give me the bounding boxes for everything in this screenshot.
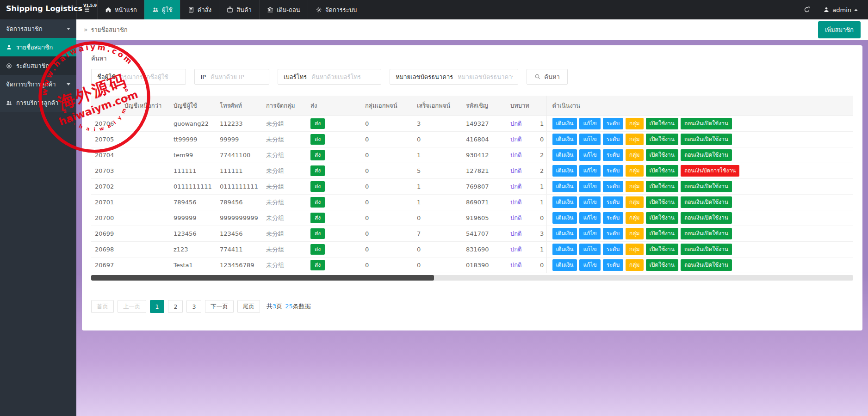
sidebar-item-member-management[interactable]: จัดการสมาชิก — [0, 19, 76, 38]
level-button[interactable]: ระดับ — [603, 228, 623, 239]
enable-button[interactable]: เปิดใช้งาน — [646, 134, 678, 145]
topup-button[interactable]: เติมเงิน — [552, 244, 577, 255]
edit-button[interactable]: แก้ไข — [579, 149, 600, 160]
last-page-button[interactable]: 尾页 — [237, 300, 260, 313]
withdraw-enable-button[interactable]: ถอนเงินเปิดใช้งาน — [681, 149, 732, 160]
enable-button[interactable]: เปิดใช้งาน — [646, 181, 678, 192]
group-button[interactable]: กลุ่ม — [626, 196, 644, 208]
group-button[interactable]: กลุ่ม — [626, 228, 644, 239]
nav-item-deposit-withdraw[interactable]: เติม-ถอน — [259, 0, 308, 19]
enable-button[interactable]: เปิดใช้งาน — [646, 212, 678, 223]
nav-item-products[interactable]: สินค้า — [219, 0, 259, 19]
ip-search-input[interactable] — [211, 73, 269, 80]
send-button[interactable]: ส่ง — [310, 197, 325, 208]
send-button[interactable]: ส่ง — [310, 260, 325, 271]
withdraw-enable-button[interactable]: ถอนเงินเปิดใช้งาน — [681, 212, 732, 223]
enable-button[interactable]: เปิดใช้งาน — [646, 244, 678, 255]
topup-button[interactable]: เติมเงิน — [552, 181, 577, 192]
enable-button[interactable]: เปิดใช้งาน — [646, 118, 678, 129]
sidebar-item-member-list[interactable]: รายชื่อสมาชิก — [0, 38, 76, 56]
group-button[interactable]: กลุ่ม — [626, 244, 644, 255]
level-button[interactable]: ระดับ — [603, 244, 623, 255]
group-button[interactable]: กลุ่ม — [626, 181, 644, 192]
level-button[interactable]: ระดับ — [603, 196, 623, 208]
topup-button[interactable]: เติมเงิน — [552, 212, 577, 223]
horizontal-scrollbar-thumb[interactable] — [91, 275, 434, 281]
send-button[interactable]: ส่ง — [310, 228, 325, 239]
phone-search-input[interactable] — [311, 73, 381, 80]
group-button[interactable]: กลุ่ม — [626, 212, 644, 223]
edit-button[interactable]: แก้ไข — [579, 228, 600, 239]
sidebar-toggle-button[interactable] — [76, 0, 97, 19]
level-button[interactable]: ระดับ — [603, 212, 623, 223]
enable-button[interactable]: เปิดใช้งาน — [646, 149, 678, 160]
edit-button[interactable]: แก้ไข — [579, 244, 600, 255]
withdraw-enable-button[interactable]: ถอนเงินเปิดใช้งาน — [681, 244, 732, 255]
group-button[interactable]: กลุ่ม — [626, 165, 644, 176]
admin-menu[interactable]: admin — [823, 6, 858, 13]
send-button[interactable]: ส่ง — [310, 134, 325, 145]
group-button[interactable]: กลุ่ม — [626, 149, 644, 160]
level-button[interactable]: ระดับ — [603, 118, 623, 129]
edit-button[interactable]: แก้ไข — [579, 212, 600, 223]
withdraw-enable-button[interactable]: ถอนเงินเปิดใช้งาน — [681, 259, 732, 270]
level-button[interactable]: ระดับ — [603, 165, 623, 176]
page-button-1[interactable]: 1 — [150, 300, 165, 313]
withdraw-enable-button[interactable]: ถอนเงินเปิดใช้งาน — [681, 228, 732, 239]
group-button[interactable]: กลุ่ม — [626, 259, 644, 270]
edit-button[interactable]: แก้ไข — [579, 181, 600, 192]
nav-item-orders[interactable]: คำสั่ง — [180, 0, 219, 19]
withdraw-enable-button[interactable]: ถอนเงินเปิดใช้งาน — [681, 181, 732, 192]
add-member-button[interactable]: เพิ่มสมาชิก — [818, 21, 861, 38]
enable-button[interactable]: เปิดใช้งาน — [646, 259, 678, 270]
edit-button[interactable]: แก้ไข — [579, 165, 600, 176]
edit-button[interactable]: แก้ไข — [579, 118, 600, 129]
level-button[interactable]: ระดับ — [603, 134, 623, 145]
topup-button[interactable]: เติมเงิน — [552, 228, 577, 239]
sidebar-item-member-level[interactable]: ระดับสมาชิก — [0, 56, 76, 75]
edit-button[interactable]: แก้ไข — [579, 259, 600, 270]
sidebar-item-customer-service-management[interactable]: จัดการบริการลูกค้า — [0, 75, 76, 93]
level-button[interactable]: ระดับ — [603, 181, 623, 192]
send-button[interactable]: ส่ง — [310, 165, 325, 177]
topup-button[interactable]: เติมเงิน — [552, 196, 577, 208]
nav-item-system-settings[interactable]: จัดการระบบ — [308, 0, 365, 19]
send-button[interactable]: ส่ง — [310, 213, 325, 224]
withdraw-enable-button[interactable]: ถอนเงินเปิดใช้งาน — [681, 118, 732, 129]
send-button[interactable]: ส่ง — [310, 118, 325, 129]
level-button[interactable]: ระดับ — [603, 149, 623, 160]
sidebar-item-customer-service[interactable]: การบริการลูกค้า — [0, 93, 76, 112]
send-button[interactable]: ส่ง — [310, 244, 325, 255]
group-button[interactable]: กลุ่ม — [626, 118, 644, 129]
send-button[interactable]: ส่ง — [310, 181, 325, 192]
page-button-3[interactable]: 3 — [186, 300, 201, 313]
username-search-input[interactable] — [120, 73, 186, 80]
withdraw-enable-button[interactable]: ถอนเงินเปิดใช้งาน — [681, 196, 732, 208]
prev-page-button[interactable]: 上一页 — [118, 300, 146, 313]
first-page-button[interactable]: 首页 — [91, 300, 114, 313]
enable-button[interactable]: เปิดใช้งาน — [646, 196, 678, 208]
topup-button[interactable]: เติมเงิน — [552, 134, 577, 145]
nav-item-users[interactable]: ผู้ใช้ — [144, 0, 180, 19]
edit-button[interactable]: แก้ไข — [579, 134, 600, 145]
topup-button[interactable]: เติมเงิน — [552, 118, 577, 129]
nav-item-home[interactable]: หน้าแรก — [97, 0, 144, 19]
search-button[interactable]: ค้นหา — [527, 69, 567, 85]
enable-button[interactable]: เปิดใช้งาน — [646, 228, 678, 239]
refresh-button[interactable] — [804, 6, 810, 13]
edit-button[interactable]: แก้ไข — [579, 196, 600, 208]
level-button[interactable]: ระดับ — [603, 259, 623, 270]
next-page-button[interactable]: 下一页 — [205, 300, 234, 313]
topup-button[interactable]: เติมเงิน — [552, 149, 577, 160]
withdraw-disable-button[interactable]: ถอนเงินปิดการใช้งาน — [681, 165, 740, 176]
group-button[interactable]: กลุ่ม — [626, 134, 644, 145]
withdraw-enable-button[interactable]: ถอนเงินเปิดใช้งาน — [681, 134, 732, 145]
bank-card-search-input[interactable] — [458, 73, 518, 80]
horizontal-scrollbar-track[interactable] — [91, 275, 853, 281]
topup-button[interactable]: เติมเงิน — [552, 165, 577, 176]
send-button[interactable]: ส่ง — [310, 150, 325, 161]
enable-button[interactable]: เปิดใช้งาน — [646, 165, 678, 176]
page-button-2[interactable]: 2 — [168, 300, 183, 313]
topup-button[interactable]: เติมเงิน — [552, 259, 577, 270]
cell-superior-account — [121, 210, 170, 226]
